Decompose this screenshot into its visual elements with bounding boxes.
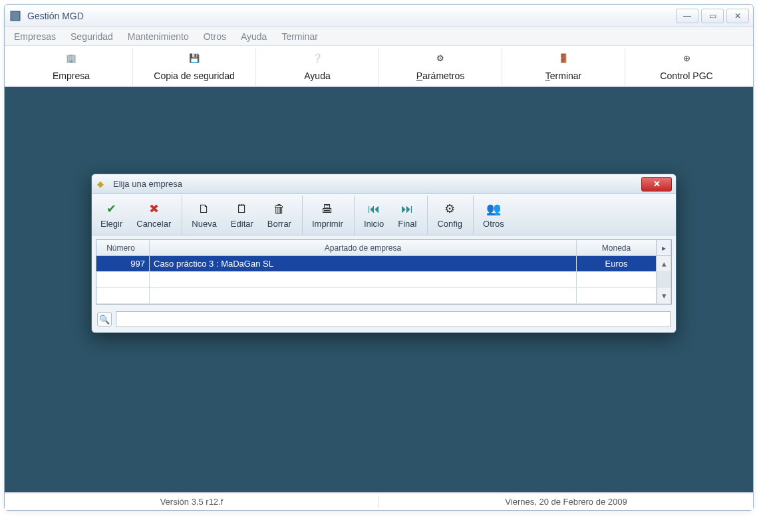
elegir-label: Elegir <box>100 219 122 229</box>
toolbar-ayuda-label: Ayuda <box>304 70 330 81</box>
search-icon[interactable]: 🔍 <box>97 312 112 327</box>
toolbar-terminar[interactable]: 🚪 Terminar <box>502 49 625 86</box>
table-row[interactable]: 997 Caso práctico 3 : MaDaGan SL Euros ▴ <box>96 256 671 272</box>
nueva-label: Nueva <box>192 219 217 229</box>
toolbar-empresa[interactable]: 🏢 Empresa <box>10 49 132 86</box>
first-icon: ⏮ <box>368 201 380 216</box>
gear-icon: ⚙ <box>444 201 455 216</box>
dialog-toolbar: ✔ Elegir ✖ Cancelar 🗋 Nueva 🗒 Editar 🗑 <box>92 194 676 235</box>
check-icon: ✔ <box>106 201 116 216</box>
gear-icon: ⚙ <box>436 53 444 68</box>
config-label: Config <box>437 219 462 229</box>
new-icon: 🗋 <box>198 201 210 216</box>
grid-scroll-down[interactable]: ▾ <box>657 288 671 304</box>
toolbar-copia-label: Copia de seguridad <box>154 70 234 81</box>
cancelar-button[interactable]: ✖ Cancelar <box>129 196 178 235</box>
toolbar-parametros-label: Parámetros <box>416 70 464 81</box>
borrar-label: Borrar <box>267 219 291 229</box>
menu-terminar[interactable]: Terminar <box>281 31 317 42</box>
config-button[interactable]: ⚙ Config <box>427 196 469 235</box>
x-icon: ✖ <box>149 201 159 216</box>
save-icon: 💾 <box>189 53 200 68</box>
cell-moneda: Euros <box>577 256 657 272</box>
borrar-button[interactable]: 🗑 Borrar <box>260 196 298 235</box>
table-row[interactable] <box>96 272 671 288</box>
otros-button[interactable]: 👥 Otros <box>473 196 511 235</box>
building-icon: 🏢 <box>66 53 76 68</box>
menu-ayuda[interactable]: Ayuda <box>241 31 267 42</box>
exit-icon: 🚪 <box>558 53 569 68</box>
grid-scroll-up[interactable]: ▴ <box>657 256 671 272</box>
final-label: Final <box>398 219 416 229</box>
minimize-button[interactable]: — <box>676 9 698 23</box>
print-icon: 🖶 <box>321 201 333 216</box>
toolbar-controlpgc-label: Control PGC <box>660 70 712 81</box>
table-row[interactable]: ▾ <box>96 288 671 304</box>
maximize-button[interactable]: ▭ <box>701 9 724 23</box>
dialog-close-button[interactable]: ✕ <box>641 177 672 192</box>
toolbar-parametros[interactable]: ⚙ Parámetros <box>379 49 502 86</box>
last-icon: ⏭ <box>401 201 413 216</box>
main-window: Gestión MGD — ▭ ✕ Empresas Seguridad Man… <box>4 4 754 511</box>
status-date: Viernes, 20 de Febrero de 2009 <box>379 497 753 507</box>
empresa-grid: Número Apartado de empresa Moneda ▸ 997 … <box>96 239 672 305</box>
svg-rect-0 <box>11 11 20 21</box>
inicio-button[interactable]: ⏮ Inicio <box>354 196 390 235</box>
main-toolbar: 🏢 Empresa 💾 Copia de seguridad ❔ Ayuda ⚙… <box>5 46 753 87</box>
col-moneda[interactable]: Moneda <box>577 240 657 255</box>
dialog-titlebar: ◆ Elija una empresa ✕ <box>92 174 676 194</box>
app-icon <box>9 9 22 23</box>
people-icon: 👥 <box>486 201 501 216</box>
imprimir-button[interactable]: 🖶 Imprimir <box>302 196 350 235</box>
toolbar-empresa-label: Empresa <box>53 70 90 81</box>
help-icon: ❔ <box>312 53 323 68</box>
menu-seguridad[interactable]: Seguridad <box>71 31 113 42</box>
window-title: Gestión MGD <box>27 11 84 21</box>
menu-empresas[interactable]: Empresas <box>14 31 56 42</box>
delete-icon: 🗑 <box>273 201 285 216</box>
diamond-icon: ◆ <box>97 179 108 190</box>
search-input[interactable] <box>116 311 671 327</box>
editar-label: Editar <box>231 219 253 229</box>
col-numero[interactable]: Número <box>96 240 150 255</box>
elegir-button[interactable]: ✔ Elegir <box>93 196 129 235</box>
workspace: ◆ Elija una empresa ✕ ✔ Elegir ✖ Cancela… <box>5 87 753 493</box>
final-button[interactable]: ⏭ Final <box>390 196 423 235</box>
imprimir-label: Imprimir <box>312 219 343 229</box>
otros-label: Otros <box>483 219 504 229</box>
toolbar-copia[interactable]: 💾 Copia de seguridad <box>132 49 255 86</box>
close-button[interactable]: ✕ <box>726 9 749 23</box>
menu-mantenimiento[interactable]: Mantenimiento <box>128 31 189 42</box>
titlebar: Gestión MGD — ▭ ✕ <box>5 5 753 27</box>
statusbar: Versión 3.5 r12.f Viernes, 20 de Febrero… <box>5 493 753 510</box>
cancelar-label: Cancelar <box>136 219 171 229</box>
dialog-elija-empresa: ◆ Elija una empresa ✕ ✔ Elegir ✖ Cancela… <box>91 174 677 333</box>
menubar: Empresas Seguridad Mantenimiento Otros A… <box>5 27 753 46</box>
cell-nombre: Caso práctico 3 : MaDaGan SL <box>150 256 577 272</box>
medkit-icon: ⊕ <box>683 53 690 68</box>
grid-header: Número Apartado de empresa Moneda ▸ <box>96 240 671 256</box>
edit-icon: 🗒 <box>236 201 248 216</box>
status-version: Versión 3.5 r12.f <box>5 497 379 507</box>
col-apartado[interactable]: Apartado de empresa <box>150 240 577 255</box>
inicio-label: Inicio <box>364 219 384 229</box>
search-row: 🔍 <box>92 309 676 332</box>
toolbar-ayuda[interactable]: ❔ Ayuda <box>255 49 379 86</box>
grid-scroll-head: ▸ <box>657 240 671 255</box>
toolbar-terminar-label: Terminar <box>545 70 581 81</box>
dialog-title: Elija una empresa <box>113 179 182 189</box>
grid-scroll-thumb[interactable] <box>657 272 671 288</box>
editar-button[interactable]: 🗒 Editar <box>224 196 260 235</box>
toolbar-controlpgc[interactable]: ⊕ Control PGC <box>625 49 748 86</box>
menu-otros[interactable]: Otros <box>204 31 226 42</box>
nueva-button[interactable]: 🗋 Nueva <box>182 196 224 235</box>
cell-numero: 997 <box>96 256 150 272</box>
